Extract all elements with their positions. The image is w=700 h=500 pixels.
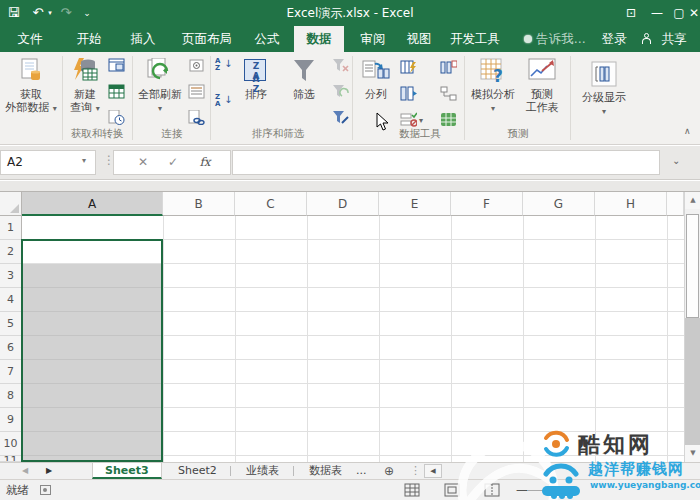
tab-review[interactable]: 审阅 (350, 26, 396, 52)
column-header-a[interactable]: A (22, 192, 163, 216)
title-bar: 🖫 ↶ ▾ ↷ ⌄ Excel演示.xlsx - Excel ⊡ — ▢ ✕ (0, 0, 700, 26)
advanced-filter-icon[interactable] (332, 110, 349, 125)
new-query-button[interactable]: 新建 查询 ▾ (65, 55, 105, 133)
outline-dropdown-icon: ▾ (602, 107, 606, 116)
scrollbar-track[interactable] (685, 318, 700, 445)
row-header-10[interactable]: 10 (0, 432, 22, 456)
refresh-all-button[interactable]: 全部刷新 ▾ (136, 55, 184, 133)
what-if-analysis-label: 模拟分析 (471, 88, 515, 101)
row-header-2[interactable]: 2 (0, 240, 22, 264)
sort-descending-icon[interactable]: Z A ↓ (215, 94, 233, 124)
formula-input[interactable] (232, 150, 660, 175)
clear-filter-icon[interactable] (332, 58, 349, 73)
relationships-icon[interactable] (440, 86, 457, 101)
sheet-tab-shujubiao[interactable]: 数据表 (297, 463, 354, 479)
sheet-nav-right-icon[interactable]: ▶ (46, 463, 52, 479)
hscroll-left-icon[interactable]: ◀ (424, 464, 442, 478)
sheet-tab-sheet3[interactable]: Sheet3 (92, 463, 162, 479)
row-header-8[interactable]: 8 (0, 384, 22, 408)
tab-home[interactable]: 开始 (66, 26, 112, 52)
row-header-4[interactable]: 4 (0, 288, 22, 312)
tab-tell-me[interactable]: 告诉我... (534, 26, 588, 52)
recent-sources-icon[interactable] (108, 110, 125, 125)
row-header-6[interactable]: 6 (0, 336, 22, 360)
row-header-5[interactable]: 5 (0, 312, 22, 336)
sign-in-link[interactable]: 登录 (596, 26, 632, 52)
row-header-1[interactable]: 1 (0, 216, 22, 240)
sheet-tab-sheet2[interactable]: Sheet2 (166, 463, 229, 479)
connection-properties-icon[interactable] (188, 58, 205, 73)
filter-button[interactable]: 筛选 (282, 55, 326, 133)
column-header-b[interactable]: B (163, 192, 235, 216)
workbook-connections-icon[interactable] (188, 84, 205, 99)
cell-a1[interactable]: 只能录入日期 (22, 216, 163, 240)
close-icon[interactable]: ✕ (688, 0, 700, 26)
new-sheet-icon[interactable]: ⊕ (384, 463, 394, 479)
from-table-icon[interactable] (108, 84, 125, 99)
tab-file[interactable]: 文件 (8, 26, 52, 52)
forecast-sheet-icon (528, 58, 556, 84)
column-header-h[interactable]: H (595, 192, 667, 216)
data-validation-button[interactable]: ▾ (400, 112, 424, 127)
tab-view[interactable]: 视图 (396, 26, 442, 52)
sheet-nav-left-icon[interactable]: ◀ (22, 463, 28, 479)
get-external-data-dropdown-icon: ▾ (53, 104, 57, 113)
watermark-kuzhi: 酷知网 (540, 428, 690, 462)
name-box-dropdown-icon[interactable]: ▾ (82, 156, 86, 165)
expand-formula-bar-icon[interactable]: ⌄ (672, 155, 680, 166)
vertical-scrollbar[interactable]: ▲ ▼ (684, 192, 700, 462)
sort-desc-letter-bottom: A (215, 100, 220, 108)
page-break-view-icon[interactable] (484, 483, 500, 497)
zoom-out-icon[interactable]: — (516, 480, 528, 500)
consolidate-icon[interactable] (440, 60, 457, 75)
edit-links-icon[interactable] (188, 110, 205, 125)
column-header-c[interactable]: C (235, 192, 307, 216)
flash-fill-icon[interactable] (400, 60, 417, 75)
column-header-partial (667, 192, 684, 216)
normal-view-icon[interactable] (404, 483, 420, 497)
column-header-f[interactable]: F (451, 192, 523, 216)
share-button[interactable]: 共享 (654, 26, 694, 52)
scroll-up-icon[interactable]: ▲ (685, 192, 700, 209)
insert-function-icon[interactable]: fx (190, 151, 220, 174)
web-query-icon[interactable] (108, 58, 125, 73)
row-header-3[interactable]: 3 (0, 264, 22, 288)
scrollbar-thumb[interactable] (686, 214, 699, 318)
spreadsheet-grid[interactable]: A B C D E F G H 1 2 3 4 5 6 7 8 9 10 11 … (0, 181, 700, 462)
page-layout-view-icon[interactable] (444, 483, 460, 497)
sheet-tab-yejibiao[interactable]: 业绩表 (234, 463, 291, 479)
row-header-7[interactable]: 7 (0, 360, 22, 384)
tab-formulas[interactable]: 公式 (244, 26, 290, 52)
active-selection-border[interactable] (21, 239, 163, 462)
group-label-connections: 连接 (140, 127, 204, 141)
forecast-sheet-button[interactable]: 预测 工作表 (520, 55, 564, 133)
cancel-entry-icon[interactable]: ✕ (128, 151, 158, 174)
select-all-button[interactable] (0, 192, 22, 216)
minimize-icon[interactable]: — (646, 0, 668, 26)
remove-duplicates-icon[interactable] (400, 86, 417, 101)
enter-entry-icon[interactable]: ✓ (158, 151, 188, 174)
tab-data[interactable]: 数据 (294, 26, 344, 52)
sheet-tabs-more[interactable]: ... (352, 463, 371, 479)
ribbon-display-options-icon[interactable]: ⊡ (620, 0, 642, 26)
tab-page-layout[interactable]: 页面布局 (174, 26, 240, 52)
manage-data-model-icon[interactable] (440, 112, 457, 127)
collapse-ribbon-icon[interactable]: ∧ (684, 126, 691, 136)
maximize-icon[interactable]: ▢ (668, 0, 690, 26)
sheetbar-splitter-icon[interactable]: ⋮ (410, 464, 421, 477)
reapply-filter-icon[interactable] (332, 84, 349, 99)
row-header-9[interactable]: 9 (0, 408, 22, 432)
column-header-e[interactable]: E (379, 192, 451, 216)
tab-developer[interactable]: 开发工具 (442, 26, 508, 52)
column-header-d[interactable]: D (307, 192, 379, 216)
get-external-data-button[interactable]: 获取 外部数据 ▾ (2, 55, 60, 133)
outline-group-button[interactable]: 分级显示 ▾ (576, 55, 632, 133)
macro-record-icon[interactable] (40, 485, 51, 495)
column-header-g[interactable]: G (523, 192, 595, 216)
group-label-sort-filter: 排序和筛选 (218, 127, 338, 141)
tab-insert[interactable]: 插入 (120, 26, 166, 52)
what-if-analysis-button[interactable]: ? 模拟分析 ▾ (468, 55, 518, 133)
sort-ascending-icon[interactable]: A Z ↓ (215, 58, 233, 88)
new-query-icon (71, 58, 99, 84)
sort-button[interactable]: Z A A Z 排序 (236, 55, 276, 133)
